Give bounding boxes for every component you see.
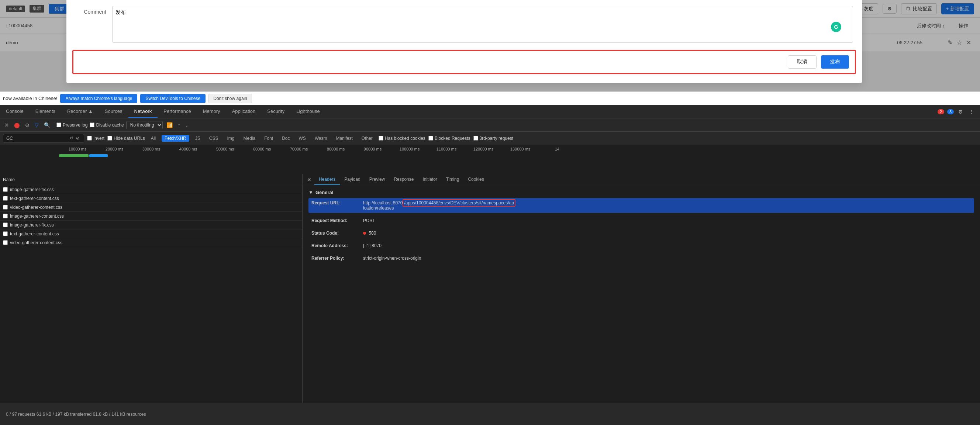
row-checkbox-6[interactable] <box>3 240 8 245</box>
devtools-timeline: 10000 ms 20000 ms 30000 ms 40000 ms 5000… <box>0 145 980 174</box>
search-icon[interactable]: 🔍 <box>43 121 52 129</box>
wifi-icon[interactable]: 📶 <box>165 121 174 129</box>
filter-js[interactable]: JS <box>192 135 203 142</box>
blocked-requests-label[interactable]: Blocked Requests <box>428 136 471 141</box>
filter-font[interactable]: Font <box>261 135 276 142</box>
tab-application[interactable]: Application <box>226 105 262 118</box>
disable-cache-label[interactable]: Disable cache <box>90 123 124 127</box>
filter-reload-icon[interactable]: ↺ <box>68 135 75 141</box>
filter-fetch-xhr[interactable]: Fetch/XHR <box>162 135 189 142</box>
dont-show-button[interactable]: Don't show again <box>208 94 252 103</box>
row-checkbox-1[interactable] <box>3 196 8 201</box>
filter-clear-icon[interactable]: ⊘ <box>75 135 81 141</box>
timeline-labels: 10000 ms 20000 ms 30000 ms 40000 ms 5000… <box>0 145 980 151</box>
tab-recorder[interactable]: Recorder ▲ <box>61 105 99 118</box>
filter-css[interactable]: CSS <box>206 135 221 142</box>
disable-cache-checkbox[interactable] <box>90 123 94 127</box>
hide-data-urls-label[interactable]: Hide data URLs <box>107 136 145 141</box>
remote-address-row: Remote Address: [::1]:8070 <box>309 241 974 250</box>
network-row-4[interactable]: image-gatherer-fix.css <box>0 221 302 229</box>
has-blocked-cookies-checkbox[interactable] <box>379 136 383 140</box>
filter-media[interactable]: Media <box>240 135 258 142</box>
name-col-header: Name <box>3 177 299 182</box>
filter-img[interactable]: Img <box>224 135 237 142</box>
invert-checkbox[interactable] <box>87 136 92 140</box>
network-row-1[interactable]: text-gatherer-content.css <box>0 194 302 203</box>
network-row-2[interactable]: video-gatherer-content.css <box>0 203 302 212</box>
row-checkbox-2[interactable] <box>3 205 8 210</box>
filter-manifest[interactable]: Manifest <box>333 135 355 142</box>
details-tab-cookies[interactable]: Cookies <box>463 174 488 185</box>
details-tab-response[interactable]: Response <box>389 174 418 185</box>
row-checkbox-4[interactable] <box>3 223 8 227</box>
row-checkbox-3[interactable] <box>3 213 8 218</box>
details-tab-preview[interactable]: Preview <box>365 174 390 185</box>
filter-doc[interactable]: Doc <box>279 135 293 142</box>
network-row-3[interactable]: image-gatherer-content.css <box>0 212 302 221</box>
devtools-network: Name image-gatherer-fix.css text-gathere… <box>0 174 980 403</box>
more-icon[interactable]: ⋮ <box>967 108 975 115</box>
filter-all[interactable]: All <box>148 135 159 142</box>
filter-ws[interactable]: WS <box>296 135 309 142</box>
details-tab-initiator[interactable]: Initiator <box>418 174 441 185</box>
request-url-label: Request URL: <box>312 201 363 205</box>
record-icon[interactable]: ⬤ <box>13 121 21 129</box>
filter-wasm[interactable]: Wasm <box>312 135 330 142</box>
filter-input[interactable] <box>6 136 68 141</box>
tab-console[interactable]: Console <box>0 105 30 118</box>
download-icon[interactable]: ↓ <box>184 121 190 129</box>
details-tab-timing[interactable]: Timing <box>442 174 464 185</box>
third-party-label[interactable]: 3rd-party request <box>473 136 513 141</box>
row-name-1: text-gatherer-content.css <box>10 196 299 201</box>
cancel-button[interactable]: 取消 <box>788 55 816 68</box>
tab-security[interactable]: Security <box>261 105 290 118</box>
timeline-label-6: 70000 ms <box>280 147 317 151</box>
details-tab-headers[interactable]: Headers <box>314 174 340 185</box>
row-checkbox-0[interactable] <box>3 187 8 192</box>
remote-address-label: Remote Address: <box>312 243 363 248</box>
upload-icon[interactable]: ↑ <box>177 121 182 129</box>
publish-button[interactable]: 发布 <box>821 55 849 68</box>
status-code-value: 500 <box>363 231 971 236</box>
tab-elements[interactable]: Elements <box>30 105 61 118</box>
details-close-icon[interactable]: ✕ <box>304 177 314 183</box>
preserve-log-label[interactable]: Preserve log <box>56 123 88 127</box>
close-devtools-icon[interactable]: ✕ <box>3 121 10 129</box>
request-url-row: Request URL: http://localhost:8070/apps/… <box>309 198 974 213</box>
hide-data-urls-checkbox[interactable] <box>107 136 112 140</box>
row-name-5: text-gatherer-content.css <box>10 231 299 237</box>
filter-other[interactable]: Other <box>359 135 375 142</box>
status-code-label: Status Code: <box>312 231 363 236</box>
chat-badge: 3 <box>947 109 954 115</box>
invert-label[interactable]: Invert <box>87 136 104 141</box>
details-panel: ✕ Headers Payload Preview Response Initi… <box>302 174 980 403</box>
timeline-label-11: 120000 ms <box>465 147 502 151</box>
network-row-6[interactable]: video-gatherer-content.css <box>0 238 302 247</box>
blocked-requests-checkbox[interactable] <box>428 136 433 140</box>
always-match-button[interactable]: Always match Chrome's language <box>60 94 137 103</box>
third-party-checkbox[interactable] <box>473 136 478 140</box>
preserve-log-checkbox[interactable] <box>56 123 61 127</box>
throttling-select[interactable]: No throttling <box>126 121 163 129</box>
tab-network[interactable]: Network <box>129 105 158 118</box>
network-row-5[interactable]: text-gatherer-content.css <box>0 229 302 238</box>
devtools-tabs: Console Elements Recorder ▲ Sources Netw… <box>0 105 980 118</box>
tab-sources[interactable]: Sources <box>99 105 129 118</box>
row-name-0: image-gatherer-fix.css <box>10 187 299 192</box>
tab-memory[interactable]: Memory <box>197 105 226 118</box>
details-tab-payload[interactable]: Payload <box>340 174 364 185</box>
tab-performance[interactable]: Performance <box>158 105 197 118</box>
comment-textarea[interactable]: 发布 <box>112 6 853 43</box>
modal-dialog: Comment 发布 G 取消 发布 <box>67 0 862 83</box>
row-checkbox-5[interactable] <box>3 231 8 236</box>
filter-input-wrap: ↺ ⊘ <box>3 134 84 142</box>
row-name-2: video-gatherer-content.css <box>10 205 299 210</box>
settings-devtools-icon[interactable]: ⚙ <box>957 108 964 115</box>
filter-icon[interactable]: ▽ <box>33 121 40 129</box>
network-row-0[interactable]: image-gatherer-fix.css <box>0 185 302 194</box>
tab-lighthouse[interactable]: Lighthouse <box>290 105 326 118</box>
stop-icon[interactable]: ⊘ <box>24 121 31 129</box>
switch-chinese-button[interactable]: Switch DevTools to Chinese <box>140 94 205 103</box>
timeline-bar-blue <box>89 154 108 157</box>
has-blocked-cookies-label[interactable]: Has blocked cookies <box>379 136 425 141</box>
